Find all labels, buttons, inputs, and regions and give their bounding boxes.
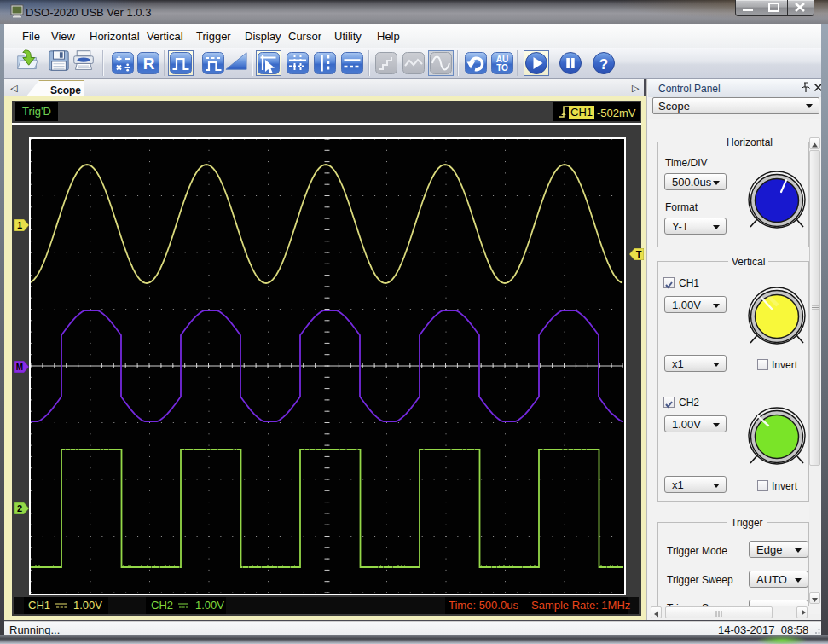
svg-text:R: R — [143, 55, 155, 73]
svg-text:2: 2 — [17, 503, 22, 513]
svg-text:TO: TO — [496, 63, 508, 73]
svg-text:M: M — [16, 363, 23, 372]
svg-text:?: ? — [599, 56, 608, 73]
svg-text:T: T — [636, 249, 642, 259]
svg-text:1: 1 — [17, 220, 22, 230]
